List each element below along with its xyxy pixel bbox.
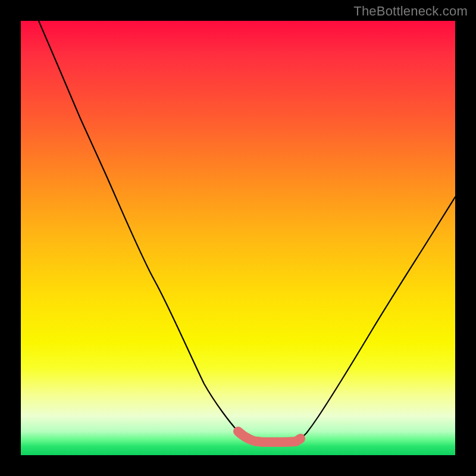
valley-highlight-path <box>238 431 300 442</box>
plot-area <box>21 21 455 455</box>
bottleneck-curve-path <box>39 21 455 442</box>
curve-layer <box>21 21 455 455</box>
watermark-text: TheBottleneck.com <box>353 4 468 19</box>
chart-frame: TheBottleneck.com <box>0 0 476 476</box>
